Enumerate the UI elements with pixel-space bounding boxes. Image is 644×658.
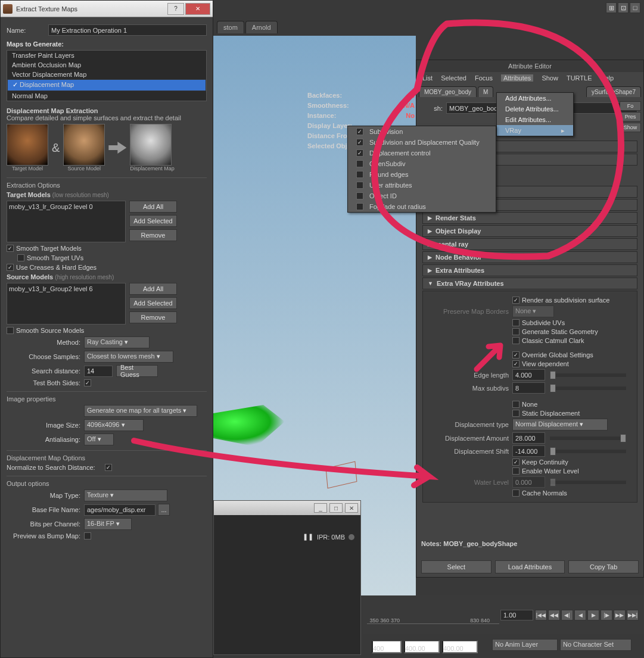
show-button[interactable]: Show: [620, 123, 641, 132]
load-attributes-button[interactable]: Load Attributes: [495, 560, 565, 573]
dispshift-slider[interactable]: [550, 450, 626, 453]
shelf-tab[interactable]: Arnold: [245, 21, 278, 33]
maxsub-input[interactable]: [512, 382, 545, 394]
aa-select[interactable]: Off ▾: [84, 434, 114, 445]
map-item[interactable]: Ambient Occlusion Map: [7, 60, 206, 70]
samples-select[interactable]: Closest to lowres mesh ▾: [84, 351, 173, 363]
select-button[interactable]: Select: [421, 560, 491, 573]
ae-tab[interactable]: ySurfaceShape7: [586, 86, 641, 97]
maps-list[interactable]: Transfer Paint Layers Ambient Occlusion …: [7, 50, 207, 101]
anim-layer-select[interactable]: No Anim Layer: [492, 639, 558, 651]
focus-button[interactable]: Fo: [620, 101, 641, 111]
toolbar-icon[interactable]: ⊡: [618, 2, 629, 13]
add-all-button[interactable]: Add All: [129, 283, 177, 295]
edge-length-input[interactable]: [512, 369, 545, 381]
ae-tab[interactable]: MOBY_geo_body: [419, 86, 477, 97]
dispamt-slider[interactable]: [550, 436, 626, 440]
imgsize-select[interactable]: 4096x4096 ▾: [84, 419, 144, 431]
bits-select[interactable]: 16-Bit FP ▾: [84, 518, 132, 530]
preview-bump-check[interactable]: [84, 532, 91, 540]
vray-menu-item[interactable]: Subdivision and Displacement Quality: [348, 137, 496, 148]
menu-item[interactable]: Edit Attributes...: [497, 114, 573, 125]
current-frame-input[interactable]: [500, 610, 533, 620]
step-back-icon[interactable]: ◀|: [561, 610, 573, 620]
presets-button[interactable]: Pres: [620, 112, 641, 121]
test-both-check[interactable]: [84, 379, 91, 386]
section-header[interactable]: ▶Extra Attributes: [422, 264, 637, 276]
smooth-source-check[interactable]: [7, 327, 14, 334]
pause-icon[interactable]: ❚❚: [303, 533, 313, 541]
minimize-icon[interactable]: _: [314, 503, 327, 513]
edge-slider[interactable]: [550, 373, 626, 377]
classic-check[interactable]: [512, 337, 519, 344]
rewind-start-icon[interactable]: |◀◀: [535, 610, 547, 620]
close-button[interactable]: ✕: [185, 3, 210, 15]
normalize-check[interactable]: [105, 464, 112, 471]
menu-attributes[interactable]: Attributes: [501, 74, 533, 82]
char-set-select[interactable]: No Character Set: [560, 639, 631, 651]
viewdep-check[interactable]: [512, 360, 519, 367]
time-ruler[interactable]: 350 360 370 830 840: [367, 606, 499, 624]
section-header[interactable]: ▶mental ray: [422, 238, 637, 250]
fwd-icon[interactable]: ▶▶: [614, 610, 626, 620]
override-check[interactable]: [512, 351, 519, 358]
vray-menu-item[interactable]: Round edges: [348, 169, 496, 180]
none-check[interactable]: [512, 401, 519, 408]
help-button[interactable]: ?: [167, 3, 184, 15]
add-selected-button[interactable]: Add Selected: [129, 297, 177, 309]
menu-item[interactable]: Delete Attributes...: [497, 104, 573, 114]
copy-tab-button[interactable]: Copy Tab: [568, 560, 639, 573]
timeline[interactable]: 350 360 370 830 840 |◀◀ ◀◀ ◀| ◀ ▶ |▶ ▶▶ …: [362, 595, 644, 634]
fwd-end-icon[interactable]: ▶▶|: [627, 610, 639, 620]
smooth-target-check[interactable]: [7, 245, 14, 252]
menu-list[interactable]: List: [422, 74, 433, 82]
toolbar-icon[interactable]: ⊞: [606, 2, 617, 13]
section-header[interactable]: ▶Object Display: [422, 225, 637, 237]
menu-turtle[interactable]: TURTLE: [567, 74, 592, 82]
keepcont-check[interactable]: [512, 459, 519, 466]
vray-menu-item[interactable]: Object ID: [348, 191, 496, 201]
water-check[interactable]: [512, 467, 519, 475]
maptype-select[interactable]: Texture ▾: [84, 489, 167, 501]
search-distance-input[interactable]: [84, 366, 113, 377]
smooth-target-uv-check[interactable]: [17, 254, 24, 261]
remove-button[interactable]: Remove: [129, 311, 177, 323]
toolbar-icon[interactable]: □: [630, 2, 640, 13]
render-subdiv-check[interactable]: [512, 297, 519, 304]
dispshift-input[interactable]: [512, 445, 545, 457]
section-header[interactable]: ▼Extra VRay Attributes: [422, 277, 637, 289]
map-item-selected[interactable]: ✓ Displacement Map: [7, 79, 206, 91]
map-item[interactable]: Vector Displacement Map: [7, 70, 206, 79]
play-icon[interactable]: ▶: [587, 610, 599, 620]
source-list[interactable]: moby_v13_lr_Group2 level 6: [7, 283, 126, 325]
best-guess-button[interactable]: Best Guess: [116, 365, 158, 377]
vray-menu-item[interactable]: Displacement control: [348, 148, 496, 158]
add-all-button[interactable]: Add All: [129, 201, 177, 213]
rewind-icon[interactable]: ◀◀: [548, 610, 560, 620]
gen-map-select[interactable]: Generate one map for all targets ▾: [84, 405, 197, 417]
menu-show[interactable]: Show: [542, 74, 558, 82]
section-header[interactable]: ▶Node Behavior: [422, 251, 637, 263]
vray-menu-item[interactable]: OpenSubdiv: [348, 158, 496, 169]
shelf-tab[interactable]: stom: [217, 21, 244, 33]
menu-item-vray[interactable]: VRay▸: [497, 125, 573, 136]
ae-tab[interactable]: M: [478, 86, 493, 97]
map-item[interactable]: Transfer Paint Layers: [7, 51, 206, 60]
vray-menu-item[interactable]: User attributes: [348, 180, 496, 191]
range-start-input[interactable]: [372, 641, 402, 653]
dispamt-input[interactable]: [512, 432, 545, 444]
add-selected-button[interactable]: Add Selected: [129, 215, 177, 227]
basefile-input[interactable]: [84, 504, 155, 516]
ipr-titlebar[interactable]: _ □ ✕: [214, 501, 360, 515]
range-in-input[interactable]: [404, 641, 440, 653]
range-out-input[interactable]: [442, 641, 478, 653]
menu-help[interactable]: Help: [601, 74, 614, 82]
creases-check[interactable]: [7, 264, 14, 271]
close-icon[interactable]: ✕: [345, 503, 358, 513]
section-header[interactable]: ▶Render Stats: [422, 212, 637, 224]
method-select[interactable]: Ray Casting ▾: [84, 336, 150, 348]
play-back-icon[interactable]: ◀: [574, 610, 586, 620]
disptype-select[interactable]: Normal Displacement ▾: [512, 419, 608, 431]
dialog-titlebar[interactable]: Extract Texture Maps ? ✕: [1, 1, 213, 17]
static-disp-check[interactable]: [512, 410, 519, 417]
